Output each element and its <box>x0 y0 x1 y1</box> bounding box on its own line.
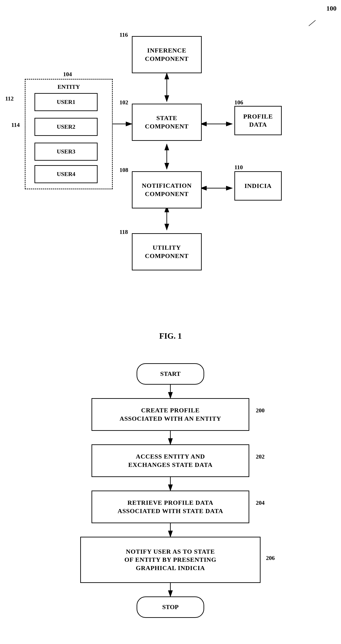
indicia-box: INDICIA <box>234 171 282 200</box>
ref-118: 118 <box>120 229 128 236</box>
ref-112: 112 <box>5 95 14 102</box>
ref-114: 114 <box>11 122 20 128</box>
step202-box: ACCESS ENTITY AND EXCHANGES STATE DATA <box>92 444 249 477</box>
notification-component-box: NOTIFICATION COMPONENT <box>132 171 202 208</box>
utility-component-box: UTILITY COMPONENT <box>132 233 202 270</box>
ref-116: 116 <box>120 32 128 38</box>
ref-108: 108 <box>120 167 128 174</box>
ref-200: 200 <box>256 407 264 414</box>
ref-106: 106 <box>234 99 243 106</box>
ref-110: 110 <box>234 164 243 171</box>
stop-node: STOP <box>136 596 204 618</box>
step200-box: CREATE PROFILE ASSOCIATED WITH AN ENTITY <box>92 398 249 431</box>
user3-box: USER3 <box>34 143 98 161</box>
ref-102: 102 <box>120 99 128 106</box>
main-ref-number: 100 <box>326 4 336 12</box>
inference-component-box: INFERENCE COMPONENT <box>132 36 202 73</box>
ref-104: 104 <box>63 71 72 78</box>
ref-202: 202 <box>256 453 264 460</box>
entity-outer-box: ENTITY 112 USER1 USER2 USER3 USER4 <box>25 79 113 189</box>
step206-box: NOTIFY USER AS TO STATE OF ENTITY BY PRE… <box>80 537 260 583</box>
ref-206: 206 <box>266 555 275 562</box>
fig1-label: FIG. 1 <box>18 331 323 341</box>
fig2-diagram: START CREATE PROFILE ASSOCIATED WITH AN … <box>18 359 323 644</box>
page: 100 <box>0 0 341 644</box>
state-component-box: STATE COMPONENT <box>132 104 202 141</box>
svg-line-9 <box>309 20 316 26</box>
fig1-diagram: 116 INFERENCE COMPONENT 102 STATE COMPON… <box>18 14 323 318</box>
entity-label: ENTITY <box>26 84 112 90</box>
user1-box: USER1 <box>34 93 98 111</box>
step204-box: RETRIEVE PROFILE DATA ASSOCIATED WITH ST… <box>92 490 249 523</box>
user4-box: USER4 <box>34 165 98 183</box>
profile-data-box: PROFILE DATA <box>234 106 282 135</box>
user2-box: USER2 <box>34 118 98 136</box>
ref-204: 204 <box>256 500 264 506</box>
start-node: START <box>136 363 204 385</box>
